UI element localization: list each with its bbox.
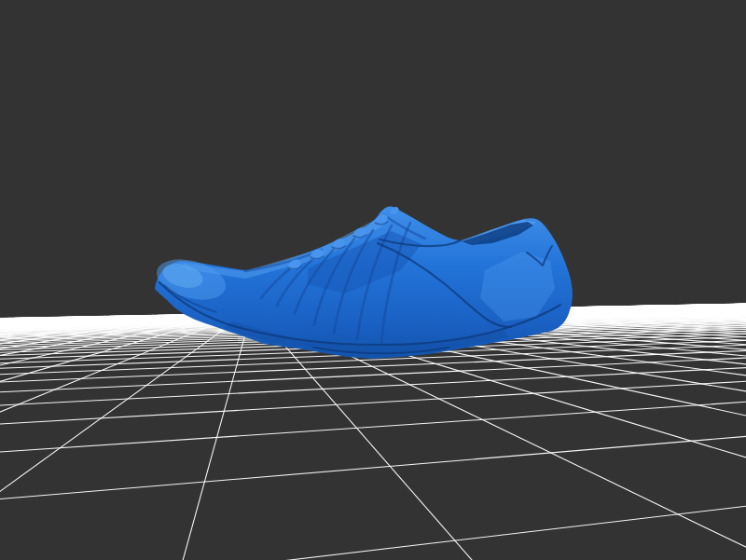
3d-viewport[interactable] bbox=[0, 0, 746, 560]
shoe-model[interactable] bbox=[152, 205, 573, 359]
